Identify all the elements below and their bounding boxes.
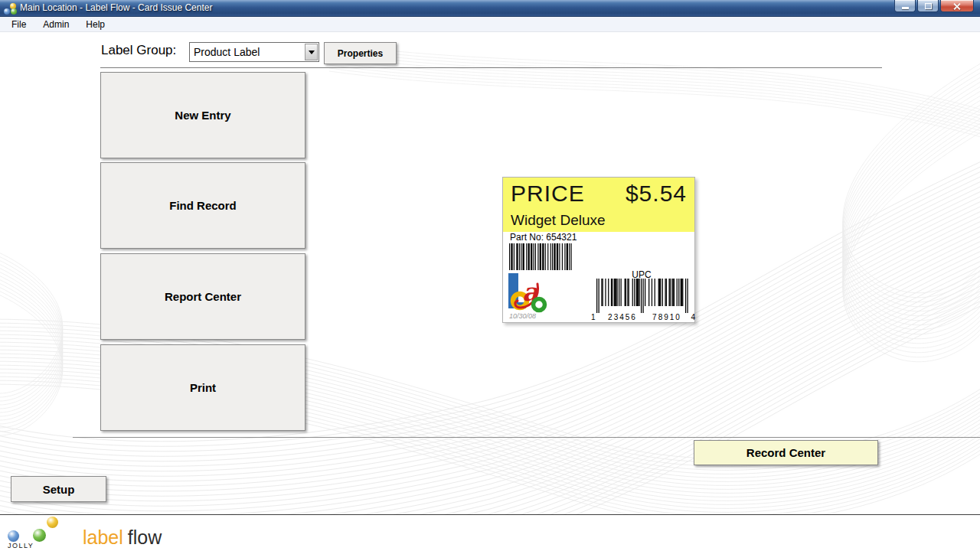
label-group-selected-value: Product Label [190,46,305,58]
minimize-button[interactable] [894,0,916,12]
date-stamp: 10/30/08 [509,312,536,320]
price-label: PRICE [511,181,585,207]
upc-digits-right: 78910 [652,313,681,321]
chevron-down-icon [309,51,315,54]
jolly-logo: JOLLY [8,517,77,550]
restore-icon [925,3,932,9]
jolly-wordmark: JOLLY [8,542,34,549]
part-number-barcode [509,243,573,270]
brand-wordmark: labelflow [83,527,162,549]
jolly-ball-green [33,529,46,542]
price-value: $5.54 [626,181,687,207]
window-title: Main Location - Label Flow - Card Issue … [20,2,212,13]
new-entry-button[interactable]: New Entry [100,72,305,158]
menu-bar: File Admin Help [0,17,980,32]
label-preview: PRICE $5.54 Widget Deluxe Part No: 65432… [502,177,695,323]
menu-help[interactable]: Help [77,17,113,31]
find-record-button[interactable]: Find Record [100,162,305,249]
brand-label-word: label [83,527,123,548]
dropdown-arrow-button[interactable] [305,44,318,60]
app-icon-ball-blue [4,8,10,15]
jolly-ball-blue [8,530,19,542]
upc-digit-system: 1 [591,313,596,321]
product-name: Widget Deluxe [511,212,606,229]
restore-button[interactable] [917,0,939,12]
report-center-button[interactable]: Report Center [100,253,305,340]
upc-barcode: 1 23456 78910 4 [590,279,696,322]
toolbar-separator [100,67,882,68]
label-group-label: Label Group: [101,43,176,58]
jolly-ball-yellow [47,517,58,528]
logo-graphic: a [507,273,550,313]
part-number: Part No: 654321 [510,232,577,243]
record-center-separator [73,437,980,438]
properties-button[interactable]: Properties [324,42,397,64]
app-icon-ball-green [11,8,17,15]
menu-file[interactable]: File [3,17,34,31]
app-icon [4,2,18,15]
record-center-button[interactable]: Record Center [694,440,878,465]
upc-digits-left: 23456 [608,313,637,321]
setup-button[interactable]: Setup [11,476,106,502]
upc-digit-check: 4 [691,313,695,321]
menu-admin[interactable]: Admin [34,17,77,31]
label-group-dropdown[interactable]: Product Label [189,42,319,62]
title-bar: Main Location - Label Flow - Card Issue … [0,0,980,17]
close-button[interactable] [940,0,974,12]
footer: JOLLY labelflow [0,515,980,551]
brand-flow-word: flow [128,527,162,548]
print-button[interactable]: Print [100,344,305,431]
close-icon [953,2,961,10]
minimize-icon [902,7,909,9]
